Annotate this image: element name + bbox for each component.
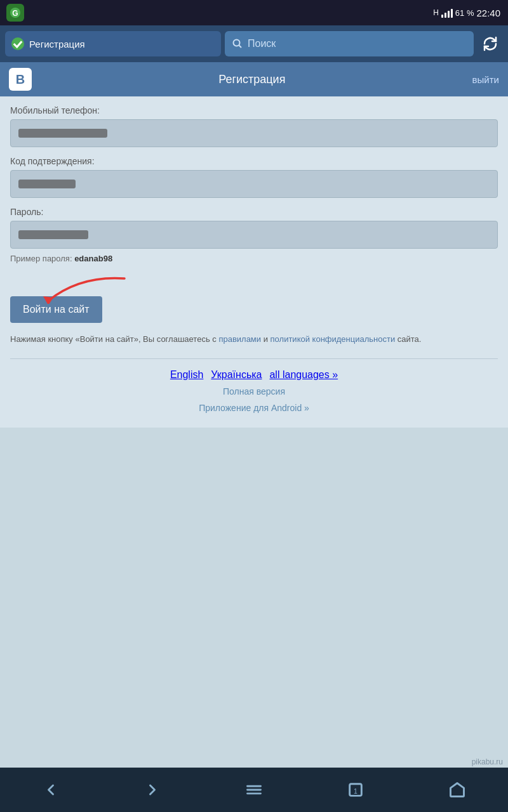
- arrow-annotation: [10, 272, 498, 291]
- password-example: edanab98: [74, 254, 112, 263]
- language-links: English Українська all languages »: [10, 369, 498, 381]
- red-arrow-icon: [29, 272, 131, 304]
- code-input[interactable]: [10, 170, 498, 198]
- android-app-link[interactable]: Приложение для Android »: [199, 403, 309, 413]
- password-hint: Пример пароля: edanab98: [10, 254, 498, 263]
- divider: [10, 358, 498, 359]
- svg-text:1: 1: [354, 787, 358, 795]
- vk-logo[interactable]: В: [9, 68, 32, 91]
- search-bar[interactable]: Поиск: [225, 31, 474, 56]
- phone-input[interactable]: [10, 119, 498, 147]
- tab-title: Регистрация: [29, 39, 215, 49]
- main-content: Мобильный телефон: Код подтверждения: Па…: [0, 96, 508, 428]
- forward-button[interactable]: [133, 771, 171, 809]
- full-version-link[interactable]: Полная версия: [223, 386, 285, 396]
- disclaimer-text: Нажимая кнопку «Войти на сайт», Вы согла…: [10, 333, 498, 346]
- code-redacted: [18, 180, 76, 188]
- logout-link[interactable]: выйти: [472, 74, 499, 85]
- time-display: 22:40: [476, 8, 500, 18]
- svg-marker-4: [43, 296, 53, 304]
- lang-ukrainian[interactable]: Українська: [211, 369, 262, 381]
- code-label: Код подтверждения:: [10, 156, 498, 166]
- app-icon-area: G: [6, 0, 24, 25]
- secure-icon: [11, 37, 24, 50]
- password-input[interactable]: [10, 221, 498, 249]
- svg-point-2: [234, 40, 240, 46]
- rules-link[interactable]: правилами: [218, 334, 261, 344]
- refresh-button[interactable]: [478, 31, 503, 56]
- h-indicator: H: [433, 8, 439, 17]
- password-label: Пароль:: [10, 207, 498, 217]
- lang-english[interactable]: English: [170, 369, 203, 381]
- app-icon: G: [6, 4, 24, 22]
- bottom-nav: 1: [0, 768, 508, 812]
- vk-page-title: Регистрация: [32, 73, 472, 86]
- back-button[interactable]: [32, 771, 70, 809]
- menu-button[interactable]: [235, 771, 273, 809]
- browser-toolbar: Регистрация Поиск: [0, 25, 508, 62]
- privacy-link[interactable]: политикой конфиденциальности: [271, 334, 396, 344]
- password-redacted: [18, 230, 88, 239]
- watermark: pikabu.ru: [472, 757, 503, 766]
- svg-line-3: [239, 46, 242, 48]
- status-bar: G H 61 % 22:40: [0, 0, 508, 25]
- vk-header: В Регистрация выйти: [0, 62, 508, 96]
- home-button[interactable]: [438, 771, 476, 809]
- tabs-button[interactable]: 1: [337, 771, 375, 809]
- active-tab[interactable]: Регистрация: [5, 31, 221, 56]
- phone-label: Мобильный телефон:: [10, 105, 498, 115]
- battery-status: 61 %: [455, 8, 474, 18]
- android-app-link-wrap: Приложение для Android »: [10, 402, 498, 414]
- svg-text:G: G: [12, 9, 18, 18]
- search-placeholder: Поиск: [248, 38, 276, 49]
- signal-bars: [441, 8, 453, 18]
- status-icons: H 61 % 22:40: [433, 8, 500, 18]
- search-icon: [232, 39, 243, 49]
- full-version-link-wrap: Полная версия: [10, 386, 498, 397]
- phone-redacted: [18, 129, 107, 138]
- lang-all[interactable]: all languages »: [269, 369, 338, 381]
